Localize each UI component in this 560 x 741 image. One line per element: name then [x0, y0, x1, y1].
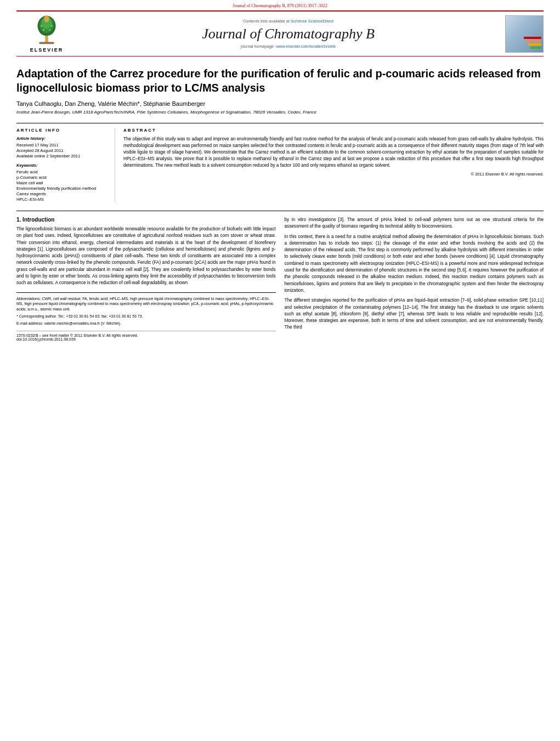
- keyword-6: HPLC–ESI-MS: [16, 197, 108, 202]
- journal-header: Journal of Chromatography B, 879 (2011) …: [0, 0, 560, 56]
- keyword-4: Environmentally friendly purification me…: [16, 186, 108, 191]
- journal-name: Journal of Chromatography B: [77, 26, 500, 42]
- keywords-label: Keywords:: [16, 163, 108, 168]
- keyword-1: Ferulic acid: [16, 169, 108, 174]
- svg-point-7: [50, 25, 53, 27]
- article-affiliation: Institut Jean-Pierre Bourgin, UMR 1318 A…: [16, 110, 544, 115]
- journal-homepage-link[interactable]: www.elsevier.com/locate/chromb: [276, 44, 336, 49]
- intro-paragraph-1: The lignocellulosic biomass is an abunda…: [16, 226, 276, 287]
- keyword-2: p-Coumaric acid: [16, 175, 108, 180]
- abstract-column: ABSTRACT The objective of this study was…: [123, 128, 544, 202]
- accepted-date: Accepted 28 August 2011: [16, 148, 108, 153]
- email-footnote: E-mail address: valerie.mechin@versaille…: [16, 321, 276, 326]
- intro-paragraph-4: The different strategies reported for th…: [285, 297, 544, 331]
- issn-line: 1570-0232/$ – see front matter © 2011 El…: [16, 333, 276, 337]
- svg-point-9: [49, 29, 51, 31]
- available-date: Available online 2 September 2011: [16, 154, 108, 159]
- journal-homepage: journal homepage: www.elsevier.com/locat…: [77, 44, 500, 49]
- article-authors: Tanya Culhaoglu, Dan Zheng, Valérie Méch…: [16, 100, 544, 107]
- article-info-abstract-section: ARTICLE INFO Article history: Received 1…: [16, 123, 544, 202]
- journal-title-center: Contents lists available at SciVerse Sci…: [77, 19, 500, 49]
- intro-paragraph-3: In this context, there is a need for a r…: [285, 234, 544, 295]
- main-content-section: 1. Introduction The lignocellulosic biom…: [16, 211, 544, 341]
- article-info-column: ARTICLE INFO Article history: Received 1…: [16, 128, 115, 202]
- sciverse-link[interactable]: SciVerse ScienceDirect: [291, 19, 333, 24]
- page: Journal of Chromatography B, 879 (2011) …: [0, 0, 560, 741]
- elsevier-tree-icon: [30, 15, 63, 45]
- sciverse-line: Contents lists available at SciVerse Sci…: [77, 19, 500, 24]
- abstract-label: ABSTRACT: [123, 128, 544, 133]
- footnote-area: Abbreviations: CWR, cell wall residue; F…: [16, 292, 276, 326]
- abbreviations-footnote: Abbreviations: CWR, cell wall residue; F…: [16, 296, 276, 312]
- abstract-text: The objective of this study was to adapt…: [123, 136, 544, 168]
- history-label: Article history:: [16, 136, 108, 141]
- corresponding-footnote: * Corresponding author. Tel.: +33 01 30 …: [16, 314, 276, 319]
- elsevier-logo: ELSEVIER: [16, 15, 77, 53]
- header-content: ELSEVIER Contents lists available at Sci…: [16, 10, 544, 56]
- svg-rect-1: [39, 42, 54, 44]
- keyword-3: Maize cell wall: [16, 180, 108, 185]
- introduction-heading: 1. Introduction: [16, 217, 276, 223]
- elsevier-label: ELSEVIER: [30, 47, 64, 53]
- svg-point-8: [43, 29, 45, 31]
- footer-info: 1570-0232/$ – see front matter © 2011 El…: [16, 331, 276, 341]
- cover-image: [505, 15, 544, 53]
- svg-point-5: [44, 15, 49, 22]
- intro-paragraph-2: by in vitro investigations [3]. The amou…: [285, 217, 544, 230]
- svg-point-6: [41, 25, 43, 27]
- copyright: © 2011 Elsevier B.V. All rights reserved…: [123, 172, 544, 177]
- doi-line: doi:10.1016/j.jchromb.2011.08.039: [16, 337, 276, 341]
- article-body: Adaptation of the Carrez procedure for t…: [0, 56, 560, 347]
- keyword-5: Carrez reagents: [16, 191, 108, 196]
- svg-rect-0: [45, 36, 48, 43]
- received-date: Received 17 May 2011: [16, 143, 108, 148]
- article-title: Adaptation of the Carrez procedure for t…: [16, 66, 544, 95]
- article-info-label: ARTICLE INFO: [16, 128, 108, 133]
- main-col-right: by in vitro investigations [3]. The amou…: [285, 217, 544, 341]
- main-col-left: 1. Introduction The lignocellulosic biom…: [16, 217, 276, 341]
- journal-cover: [500, 15, 544, 53]
- cover-stripes: [507, 37, 541, 49]
- doi-line: Journal of Chromatography B, 879 (2011) …: [16, 3, 544, 8]
